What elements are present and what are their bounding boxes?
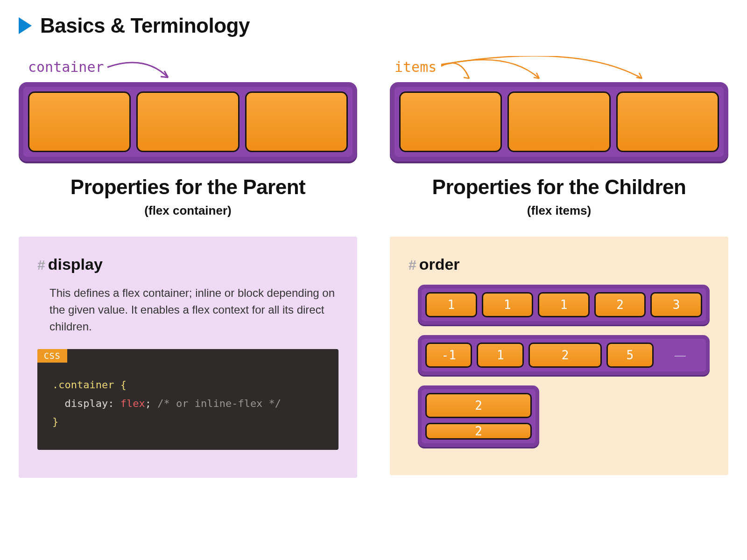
code-brace: } [52, 416, 58, 427]
column-children: items Properties for the Children (flex … [390, 56, 728, 478]
flex-item: 2 [425, 393, 532, 418]
order-row: 1 1 1 2 3 [418, 285, 710, 325]
flex-item [245, 91, 348, 152]
flex-item [28, 91, 131, 152]
flex-item: 1 [477, 343, 523, 368]
section-title: Basics & Terminology [40, 14, 250, 37]
flex-item [507, 91, 610, 152]
section-header[interactable]: Basics & Terminology [19, 14, 728, 37]
panel-parent-properties: # display This defines a flex container;… [19, 237, 357, 478]
code-brace: { [114, 379, 127, 391]
flex-container-illustration [19, 82, 357, 161]
flex-item: 2 [594, 292, 646, 317]
flex-item: 1 [538, 292, 590, 317]
code-value: flex [120, 398, 145, 409]
flex-item [136, 91, 239, 152]
panel-children-properties: # order 1 1 1 2 3 -1 1 2 5 — [390, 237, 728, 475]
flex-item [616, 91, 719, 152]
property-heading-display[interactable]: # display [37, 255, 338, 273]
order-illustration: 1 1 1 2 3 -1 1 2 5 — 2 2 [409, 285, 710, 447]
empty-slot: — [658, 343, 702, 368]
column-parent: container Properties for the Parent (fle… [19, 56, 357, 478]
items-diagram: items [390, 56, 728, 161]
flex-item: 3 [650, 292, 702, 317]
order-row: -1 1 2 5 — [418, 335, 710, 375]
column-heading: Properties for the Parent [19, 175, 357, 199]
column-title-parent: Properties for the Parent (flex containe… [19, 175, 357, 218]
flex-item [399, 91, 502, 152]
arrows-to-items-icon: items [390, 56, 679, 84]
arrow-to-container-icon: container [19, 56, 196, 84]
columns: container Properties for the Parent (fle… [19, 56, 728, 478]
flex-item: 1 [482, 292, 534, 317]
flex-item: 2 [529, 343, 602, 368]
code-property: display [52, 398, 108, 409]
code-colon: : [108, 398, 120, 409]
property-name: display [48, 255, 103, 273]
flex-items-illustration [390, 82, 728, 161]
flex-item: 1 [425, 292, 477, 317]
code-body: .container { display: flex; /* or inline… [37, 363, 338, 450]
code-block-display: CSS .container { display: flex; /* or in… [37, 349, 338, 450]
flex-item: 5 [606, 343, 653, 368]
code-semicolon: ; [145, 398, 151, 409]
code-language-badge: CSS [37, 349, 67, 363]
hash-icon: # [409, 257, 416, 273]
property-heading-order[interactable]: # order [409, 255, 710, 273]
diagram-label: items [395, 59, 437, 75]
order-row-vertical: 2 2 [418, 385, 539, 447]
column-heading: Properties for the Children [390, 175, 728, 199]
expand-triangle-icon [19, 17, 32, 34]
property-description: This defines a flex container; inline or… [37, 285, 338, 335]
column-title-children: Properties for the Children (flex items) [390, 175, 728, 218]
column-subheading: (flex container) [19, 203, 357, 218]
flex-item: 2 [425, 423, 532, 440]
flex-item: -1 [425, 343, 472, 368]
diagram-label: container [28, 59, 104, 75]
property-name: order [419, 255, 460, 273]
container-diagram: container [19, 56, 357, 161]
code-selector: .container [52, 379, 114, 391]
column-subheading: (flex items) [390, 203, 728, 218]
hash-icon: # [37, 257, 45, 273]
code-comment: /* or inline-flex */ [151, 398, 281, 409]
